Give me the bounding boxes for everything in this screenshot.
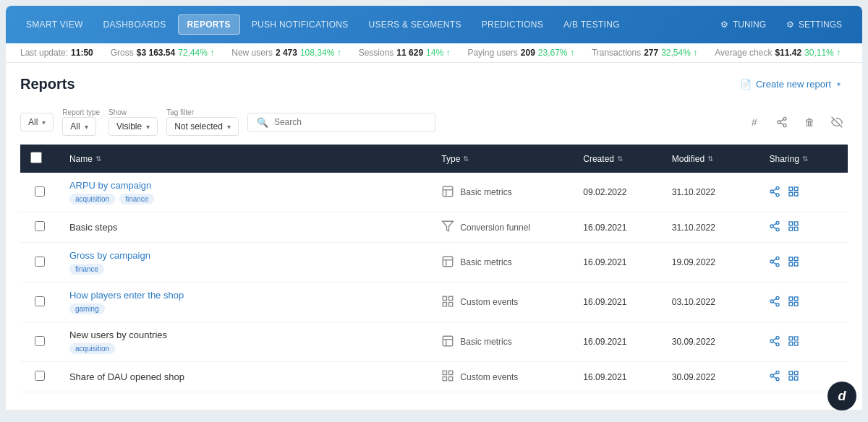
tag-filter-dropdown[interactable]: Not selected ▾ (166, 117, 239, 136)
row-grid-button[interactable] (788, 335, 799, 349)
visibility-icon[interactable] (826, 111, 848, 133)
report-tag[interactable]: finance (119, 194, 154, 204)
gross-label: Gross (111, 48, 134, 58)
report-name[interactable]: Basic steps (69, 222, 421, 233)
last-update-stat: Last update: 11:50 (20, 48, 93, 58)
svg-rect-53 (443, 336, 454, 346)
create-report-chevron: ▾ (837, 80, 841, 88)
paying-stat: Paying users 209 23,67% (467, 48, 574, 58)
svg-rect-41 (449, 296, 453, 300)
nav-item-smart-view[interactable]: SMART VIEW (17, 15, 92, 34)
nav-item-push[interactable]: PUSH NOTIFICATIONS (243, 15, 357, 34)
events-icon (441, 369, 454, 384)
row-modified: 03.10.2022 (662, 283, 760, 322)
settings-icon: ⚙ (786, 20, 794, 30)
create-report-button[interactable]: 📄 Create new report ▾ (733, 74, 848, 94)
report-tag[interactable]: acquisition (69, 343, 115, 354)
svg-line-59 (773, 342, 777, 344)
report-type-dropdown[interactable]: All ▾ (62, 117, 95, 136)
row-checkbox[interactable] (35, 371, 45, 381)
header-sharing[interactable]: Sharing ⇅ (759, 145, 848, 173)
report-name[interactable]: Share of DAU opened shop (69, 371, 421, 382)
row-checkbox[interactable] (35, 336, 45, 346)
svg-line-72 (773, 376, 777, 379)
gross-change: 72,44% (178, 48, 214, 58)
modified-sort-icon: ⇅ (707, 155, 713, 163)
report-tag[interactable]: acquisition (69, 194, 115, 204)
header-type[interactable]: Type ⇅ (431, 145, 573, 173)
top-navigation: SMART VIEW DASHBOARDS REPORTS PUSH NOTIF… (6, 6, 862, 43)
settings-button[interactable]: ⚙ SETTINGS (778, 15, 851, 34)
delete-icon[interactable]: 🗑 (799, 111, 820, 133)
row-grid-button[interactable] (788, 296, 799, 309)
search-input[interactable] (274, 117, 426, 127)
report-tag[interactable]: gaming (69, 303, 105, 314)
svg-line-12 (773, 192, 777, 194)
row-share-button[interactable] (769, 335, 780, 349)
svg-rect-50 (795, 297, 799, 301)
all-filter[interactable]: All ▾ (20, 113, 54, 132)
row-type-cell: Basic metrics (431, 173, 573, 212)
type-label: Custom events (460, 372, 518, 382)
avg-check-stat: Average check $11.42 30,11% (715, 48, 841, 58)
search-icon: 🔍 (257, 117, 268, 128)
stats-bar: Last update: 11:50 Gross $3 163.54 72,44… (6, 43, 862, 63)
show-dropdown[interactable]: Visible ▾ (109, 117, 158, 136)
row-grid-button[interactable] (788, 370, 799, 384)
report-tags: finance (69, 264, 421, 275)
row-share-button[interactable] (769, 296, 780, 309)
row-share-button[interactable] (769, 370, 780, 384)
row-checkbox[interactable] (35, 257, 45, 267)
header-modified[interactable]: Modified ⇅ (662, 145, 760, 173)
row-checkbox[interactable] (35, 296, 45, 306)
report-tag[interactable]: finance (69, 264, 104, 275)
header-created-label: Created (583, 154, 614, 164)
report-name[interactable]: New users by countries (69, 330, 421, 340)
events-icon (441, 295, 454, 310)
row-share-button[interactable] (769, 186, 780, 199)
sharing-sort-icon: ⇅ (802, 155, 808, 163)
svg-rect-27 (789, 227, 793, 231)
row-name-cell: Gross by campaignfinance (59, 243, 431, 283)
row-name-cell: Share of DAU opened shop (59, 362, 431, 392)
row-sharing (769, 256, 838, 270)
row-checkbox-cell (20, 212, 59, 243)
show-filter-label: Show (109, 108, 127, 116)
svg-rect-76 (795, 376, 799, 380)
header-type-label: Type (441, 154, 460, 164)
svg-rect-75 (795, 371, 799, 375)
svg-point-57 (770, 340, 773, 343)
create-report-label: Create new report (756, 79, 831, 90)
row-share-button[interactable] (769, 256, 780, 270)
hashtag-icon[interactable]: # (744, 111, 765, 133)
search-box[interactable]: 🔍 (247, 113, 435, 132)
report-name[interactable]: Gross by campaign (69, 250, 421, 261)
nav-item-reports[interactable]: REPORTS (178, 14, 240, 35)
nav-item-dashboards[interactable]: DASHBOARDS (95, 15, 175, 34)
row-name-cell: How players enter the shopgaming (59, 283, 431, 322)
last-update-value: 11:50 (71, 48, 93, 58)
row-grid-button[interactable] (788, 186, 799, 199)
svg-point-58 (776, 343, 779, 345)
share-icon[interactable] (771, 111, 793, 133)
row-share-button[interactable] (769, 220, 780, 234)
svg-rect-38 (795, 262, 799, 266)
row-checkbox[interactable] (35, 221, 45, 231)
all-filter-label: All (28, 117, 38, 127)
chart-icon (441, 255, 454, 270)
nav-item-predictions[interactable]: PREDICTIONS (473, 15, 552, 34)
header-checkbox[interactable] (30, 152, 42, 163)
row-grid-button[interactable] (788, 220, 799, 234)
header-name[interactable]: Name ⇅ (59, 145, 431, 173)
tuning-button[interactable]: ⚙ TUNING (712, 15, 775, 34)
report-type-label: Report type (62, 108, 100, 116)
report-tags: acquisition (69, 343, 421, 354)
report-name[interactable]: ARPU by campaign (69, 180, 421, 191)
nav-item-users[interactable]: USERS & SEGMENTS (360, 15, 470, 34)
report-name[interactable]: How players enter the shop (69, 290, 421, 301)
header-created[interactable]: Created ⇅ (573, 145, 661, 173)
sessions-stat: Sessions 11 629 14% (359, 48, 451, 58)
nav-item-ab[interactable]: A/B TESTING (555, 15, 629, 34)
row-grid-button[interactable] (788, 256, 799, 270)
row-checkbox[interactable] (35, 186, 45, 197)
